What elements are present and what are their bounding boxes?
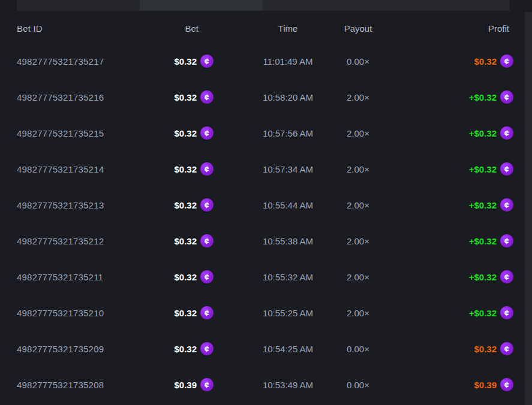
coin-glyph: ¢ (204, 270, 211, 284)
coin-icon: ¢ (500, 378, 513, 391)
bet-id[interactable]: 49827775321735216 (17, 92, 140, 102)
coin-glyph: ¢ (504, 378, 510, 392)
bet-id[interactable]: 49827775321735209 (17, 344, 140, 354)
coin-icon: ¢ (500, 198, 513, 211)
bet-amount-cell: $0.32 ¢ (140, 234, 214, 247)
tab-active[interactable] (140, 0, 263, 11)
bet-id[interactable]: 49827775321735214 (17, 164, 140, 174)
col-header-time: Time (236, 23, 340, 34)
table-row[interactable]: 49827775321735209 $0.32 ¢ 10:54:25 AM 0.… (0, 331, 532, 367)
table-row[interactable]: 49827775321735208 $0.39 ¢ 10:53:49 AM 0.… (0, 367, 532, 403)
bet-amount: $0.32 (174, 164, 197, 174)
bet-id[interactable]: 49827775321735210 (17, 308, 140, 318)
bet-time: 10:55:38 AM (236, 236, 340, 246)
bet-profit: +$0.32 (469, 200, 497, 210)
bet-amount-cell: $0.32 ¢ (140, 342, 214, 355)
table-row[interactable]: 49827775321735217 $0.32 ¢ 11:01:49 AM 0.… (0, 43, 532, 79)
coin-glyph: ¢ (204, 198, 211, 212)
coin-icon: ¢ (500, 90, 513, 104)
bet-amount: $0.32 (174, 308, 197, 318)
bet-profit-cell: +$0.32 ¢ (376, 162, 513, 176)
table-row[interactable]: 49827775321735216 $0.32 ¢ 10:58:20 AM 2.… (0, 79, 532, 115)
coin-icon: ¢ (500, 55, 513, 68)
bet-amount-cell: $0.32 ¢ (140, 55, 214, 68)
bet-profit: +$0.32 (469, 92, 497, 102)
coin-glyph: ¢ (204, 306, 211, 320)
bet-amount: $0.32 (174, 200, 197, 210)
table-row[interactable]: 49827775321735214 $0.32 ¢ 10:57:34 AM 2.… (0, 151, 532, 187)
bet-payout: 2.00× (340, 92, 376, 102)
table-row[interactable]: 49827775321735211 $0.32 ¢ 10:55:32 AM 2.… (0, 259, 532, 295)
bet-amount: $0.32 (174, 92, 197, 102)
bet-profit-cell: +$0.32 ¢ (376, 306, 513, 319)
bet-profit: $0.32 (474, 56, 497, 67)
bet-amount: $0.32 (174, 56, 197, 67)
bet-profit-cell: +$0.32 ¢ (376, 126, 513, 140)
table-row[interactable]: 49827775321735210 $0.32 ¢ 10:55:25 AM 2.… (0, 295, 532, 331)
table-row[interactable]: 49827775321735213 $0.32 ¢ 10:55:44 AM 2.… (0, 187, 532, 223)
table-body: 49827775321735217 $0.32 ¢ 11:01:49 AM 0.… (0, 43, 532, 403)
table-row[interactable]: 49827775321735212 $0.32 ¢ 10:55:38 AM 2.… (0, 223, 532, 259)
coin-glyph: ¢ (204, 378, 211, 392)
bet-amount: $0.32 (174, 344, 197, 354)
coin-glyph: ¢ (504, 162, 510, 176)
bet-payout: 2.00× (340, 200, 376, 210)
coin-glyph: ¢ (504, 342, 510, 356)
bet-payout: 2.00× (340, 236, 376, 246)
coin-icon: ¢ (200, 126, 214, 140)
bet-payout: 2.00× (340, 272, 376, 282)
coin-glyph: ¢ (504, 234, 510, 248)
bet-profit-cell: +$0.32 ¢ (376, 198, 513, 211)
coin-icon: ¢ (500, 306, 513, 319)
table-row[interactable]: 49827775321735215 $0.32 ¢ 10:57:56 AM 2.… (0, 115, 532, 151)
bet-payout: 2.00× (340, 128, 376, 138)
coin-icon: ¢ (200, 270, 214, 283)
bet-amount-cell: $0.39 ¢ (140, 378, 214, 391)
bet-profit: +$0.32 (469, 308, 497, 318)
coin-glyph: ¢ (204, 55, 211, 68)
bet-amount-cell: $0.32 ¢ (140, 198, 214, 211)
bet-time: 10:55:32 AM (236, 272, 340, 282)
bet-amount: $0.39 (174, 380, 197, 390)
bet-id[interactable]: 49827775321735211 (17, 272, 140, 282)
coin-glyph: ¢ (504, 126, 510, 140)
coin-glyph: ¢ (204, 126, 211, 140)
bet-history-table: Bet ID Bet Time Payout Profit 4982777532… (0, 13, 532, 403)
col-header-bet-id: Bet ID (17, 23, 140, 34)
coin-icon: ¢ (200, 306, 214, 319)
table-header: Bet ID Bet Time Payout Profit (0, 13, 532, 43)
bet-time: 10:55:44 AM (236, 200, 340, 210)
coin-icon: ¢ (500, 270, 513, 283)
coin-icon: ¢ (200, 162, 214, 176)
coin-glyph: ¢ (204, 234, 211, 248)
bet-time: 10:58:20 AM (236, 92, 340, 102)
tab-bar (17, 0, 510, 11)
bet-payout: 2.00× (340, 164, 376, 174)
coin-icon: ¢ (200, 342, 214, 355)
bet-profit-cell: +$0.32 ¢ (376, 270, 513, 283)
bet-amount-cell: $0.32 ¢ (140, 90, 214, 104)
bet-profit-cell: +$0.32 ¢ (376, 90, 513, 104)
bet-id[interactable]: 49827775321735215 (17, 128, 140, 138)
coin-icon: ¢ (500, 162, 513, 176)
bet-profit: +$0.32 (469, 128, 497, 138)
bet-profit: +$0.32 (469, 272, 497, 282)
coin-glyph: ¢ (504, 90, 510, 104)
col-header-bet: Bet (140, 23, 214, 34)
coin-icon: ¢ (200, 234, 214, 247)
coin-glyph: ¢ (504, 270, 510, 284)
bet-id[interactable]: 49827775321735213 (17, 200, 140, 210)
bet-id[interactable]: 49827775321735217 (17, 56, 140, 67)
bet-amount: $0.32 (174, 236, 197, 246)
bet-id[interactable]: 49827775321735212 (17, 236, 140, 246)
coin-glyph: ¢ (504, 306, 510, 320)
tab-left[interactable] (17, 0, 140, 11)
bet-amount-cell: $0.32 ¢ (140, 306, 214, 319)
coin-icon: ¢ (200, 90, 214, 104)
bet-amount: $0.32 (174, 128, 197, 138)
bet-id[interactable]: 49827775321735208 (17, 380, 140, 390)
bet-time: 10:53:49 AM (236, 380, 340, 390)
bet-amount-cell: $0.32 ¢ (140, 126, 214, 140)
bet-profit: +$0.32 (469, 236, 497, 246)
bet-payout: 0.00× (340, 56, 376, 67)
